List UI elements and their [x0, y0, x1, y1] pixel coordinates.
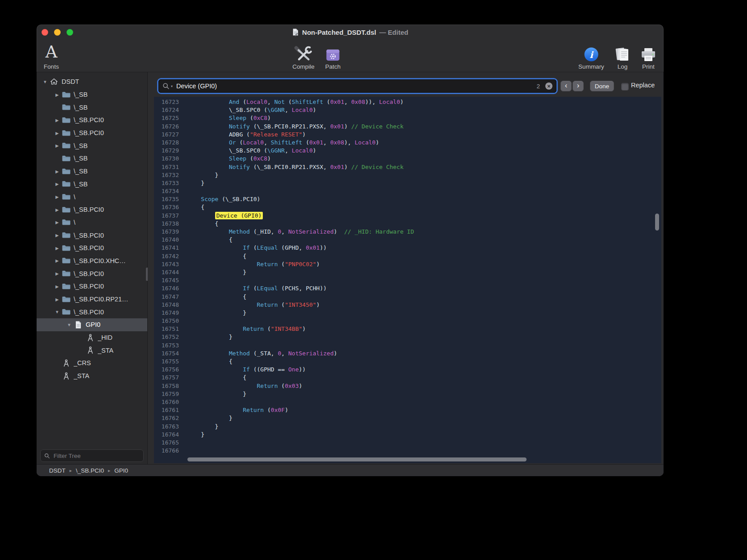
document-proxy-icon[interactable] [292, 28, 299, 36]
tree-item-sbpci0[interactable]: ▶\_SB.PCI0 [37, 114, 147, 127]
sidebar: ▼DSDT▶\_SB\_SB▶\_SB.PCI0▶\_SB.PCI0▶\_SB\… [37, 72, 148, 465]
disclosure-right-icon[interactable]: ▶ [53, 258, 61, 263]
filter-tree-input[interactable] [53, 452, 140, 460]
folder-icon [61, 116, 71, 124]
search-menu-icon[interactable] [162, 82, 170, 90]
disclosure-right-icon[interactable]: ▶ [53, 92, 61, 97]
disclosure-down-icon[interactable]: ▼ [53, 309, 61, 314]
patch-button[interactable]: Patch [325, 41, 341, 70]
disclosure-right-icon[interactable]: ▶ [53, 271, 61, 276]
disclosure-right-icon[interactable]: ▶ [53, 194, 61, 199]
folder-icon [61, 155, 71, 162]
line-number: 16724 [154, 106, 179, 114]
summary-button[interactable]: i Summary [578, 41, 604, 70]
tree-item-[interactable]: ▶\ [37, 190, 147, 203]
replace-checkbox[interactable] [621, 83, 629, 91]
disclosure-right-icon[interactable]: ▶ [53, 246, 61, 251]
code-editor[interactable]: 16723 And (Local0, Not (ShiftLeft (0x01,… [154, 97, 661, 463]
tree-item-sbpci0[interactable]: ▼\_SB.PCI0 [37, 305, 147, 318]
line-number: 16737 [154, 212, 179, 220]
tree-item-sb[interactable]: \_SB [37, 101, 147, 114]
log-button[interactable]: Log [614, 41, 631, 70]
tree-item-sbpci0xhc[interactable]: ▶\_SB.PCI0.XHC… [37, 255, 147, 268]
content-area: ▼DSDT▶\_SB\_SB▶\_SB.PCI0▶\_SB.PCI0▶\_SB\… [37, 72, 664, 465]
code-line: 16758 Return (0x03) [154, 382, 661, 390]
disclosure-right-icon[interactable]: ▶ [53, 169, 61, 174]
find-field[interactable]: ▾ 2 ✕ [158, 79, 556, 93]
tree-item-sbpci0[interactable]: ▶\_SB.PCI0 [37, 203, 147, 216]
tree-item-crs[interactable]: _CRS [37, 357, 147, 370]
tree-item-[interactable]: ▶\ [37, 216, 147, 229]
tree-item-sta[interactable]: _STA [37, 370, 147, 383]
tree-item-sb[interactable]: ▶\_SB [37, 178, 147, 191]
match-count: 2 [536, 83, 540, 90]
code-line: 16761 Return (0x0F) [154, 406, 661, 414]
clear-search-icon[interactable]: ✕ [545, 82, 552, 90]
print-button[interactable]: Print [640, 41, 656, 70]
breadcrumb-item[interactable]: DSDT [49, 467, 66, 474]
code-line: 16734 [154, 187, 661, 195]
disclosure-right-icon[interactable]: ▶ [53, 181, 61, 186]
print-label: Print [642, 63, 655, 70]
sidebar-tree: ▼DSDT▶\_SB\_SB▶\_SB.PCI0▶\_SB.PCI0▶\_SB\… [37, 75, 147, 437]
breadcrumb-item[interactable]: \_SB.PCI0 [76, 467, 104, 474]
search-icon [44, 453, 50, 459]
tree-item-label: _STA [74, 372, 89, 379]
done-button[interactable]: Done [590, 81, 614, 91]
disclosure-right-icon[interactable]: ▶ [53, 131, 61, 136]
tree-item-sb[interactable]: ▶\_SB [37, 165, 147, 178]
disclosure-down-icon[interactable]: ▼ [41, 79, 49, 84]
tree-item-gpi0[interactable]: ▼GPI0 [37, 318, 147, 331]
tree-item-sbpci0[interactable]: ▶\_SB.PCI0 [37, 127, 147, 140]
tree-item-hid[interactable]: _HID [37, 331, 147, 344]
tree-item-label: _HID [98, 334, 112, 341]
tree-item-label: _STA [98, 347, 113, 354]
tree-item-sta[interactable]: _STA [37, 344, 147, 357]
line-number: 16735 [154, 195, 179, 203]
tree-item-sb[interactable]: ▶\_SB [37, 88, 147, 101]
tree-item-dsdt[interactable]: ▼DSDT [37, 75, 147, 88]
line-number: 16746 [154, 284, 179, 292]
folder-icon [61, 308, 71, 316]
info-icon: i [584, 41, 599, 62]
tree-item-sbpci0[interactable]: ▶\_SB.PCI0 [37, 242, 147, 255]
vertical-scrollbar-thumb[interactable] [655, 214, 659, 231]
disclosure-right-icon[interactable]: ▶ [53, 143, 61, 148]
code-line: 16762 } [154, 414, 661, 422]
tree-item-sb[interactable]: ▶\_SB [37, 139, 147, 152]
method-icon [85, 334, 95, 342]
find-input[interactable] [175, 82, 534, 90]
line-number: 16733 [154, 179, 179, 187]
method-icon [85, 346, 95, 354]
app-window: Non-Patched_DSDT.dsl — Edited A Fonts Co [37, 25, 664, 476]
tree-item-sbpci0[interactable]: ▶\_SB.PCI0 [37, 229, 147, 242]
breadcrumb-item[interactable]: GPI0 [114, 467, 128, 474]
disclosure-down-icon[interactable]: ▼ [65, 322, 73, 327]
editor-pane: ▾ 2 ✕ ‹ › Done Replace 16723 And (Local0… [148, 72, 664, 465]
horizontal-scrollbar-thumb[interactable] [187, 457, 527, 461]
line-number: 16753 [154, 342, 179, 350]
find-previous-button[interactable]: ‹ [560, 81, 572, 91]
disclosure-right-icon[interactable]: ▶ [53, 297, 61, 302]
find-next-button[interactable]: › [573, 81, 584, 91]
code-line: 16733 } [154, 179, 661, 187]
line-number: 16752 [154, 333, 179, 341]
line-number: 16765 [154, 439, 179, 447]
disclosure-right-icon[interactable]: ▶ [53, 118, 61, 123]
disclosure-right-icon[interactable]: ▶ [53, 233, 61, 238]
compile-button[interactable]: Compile [292, 41, 315, 70]
line-number: 16763 [154, 423, 179, 431]
code-line: 16754 Method (_STA, 0, NotSerialized) [154, 350, 661, 358]
tree-item-sbpci0[interactable]: ▶\_SB.PCI0 [37, 280, 147, 293]
fonts-button[interactable]: A Fonts [44, 41, 59, 70]
tree-item-sbpci0rp21[interactable]: ▶\_SB.PCI0.RP21… [37, 293, 147, 306]
tree-item-sb[interactable]: \_SB [37, 152, 147, 165]
disclosure-right-icon[interactable]: ▶ [53, 220, 61, 225]
disclosure-right-icon[interactable]: ▶ [53, 284, 61, 289]
filter-tree-field[interactable] [40, 449, 144, 462]
disclosure-right-icon[interactable]: ▶ [53, 207, 61, 212]
line-number: 16747 [154, 293, 179, 301]
code-line: 16742 { [154, 252, 661, 260]
tree-item-sbpci0[interactable]: ▶\_SB.PCI0 [37, 267, 147, 280]
line-number: 16730 [154, 155, 179, 163]
